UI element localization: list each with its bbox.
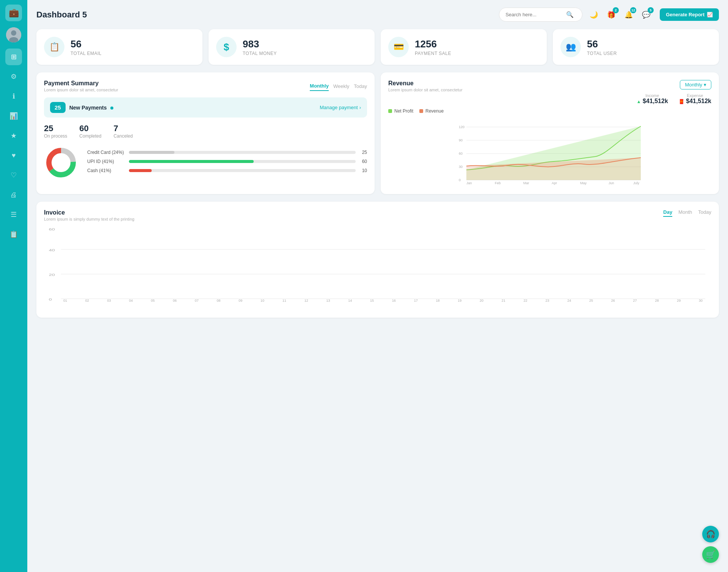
invoice-tab-day[interactable]: Day [663,209,672,217]
search-input[interactable] [505,12,566,17]
legend-label-revenue: Revenue [425,108,444,114]
invoice-bar-label: 18 [436,299,439,302]
invoice-bar-item: 14 [339,298,361,302]
invoice-bar-item: 06 [164,298,185,302]
invoice-bar-item: 25 [581,298,602,302]
svg-point-1 [11,30,16,36]
svg-text:May: May [580,181,587,185]
user-value: 56 [587,38,617,50]
invoice-bar-label: 08 [217,299,220,302]
sidebar-item-menu[interactable]: ☰ [5,206,22,223]
invoice-bar-item: 18 [427,298,449,302]
completed-label: Completed [79,133,101,139]
invoice-bar-item: 27 [624,298,646,302]
sidebar-item-heart[interactable]: ♥ [5,147,22,164]
sidebar-item-settings[interactable]: ⚙ [5,68,22,85]
dark-mode-toggle[interactable]: 🌙 [587,8,601,22]
cart-float-button[interactable]: 🛒 [702,546,719,563]
payment-summary-panel: Payment Summary Lorem ipsum dolor sit am… [36,72,375,194]
user-label: TOTAL USER [587,51,617,56]
invoice-bar-label: 20 [480,299,483,302]
bar-row-upi: UPI ID (41%) 60 [87,159,367,164]
payment-label: PAYMENT SALE [415,51,451,56]
header-icons: 🌙 🎁 2 🔔 12 💬 5 Generate Report 📈 [587,8,719,22]
invoice-tab-today[interactable]: Today [698,209,711,217]
user-icon: 👥 [560,37,581,57]
invoice-bar-item: 09 [230,298,251,302]
invoice-tabs: Day Month Today [663,209,711,217]
manage-payment-link[interactable]: Manage payment › [320,105,361,110]
sidebar-item-star[interactable]: ★ [5,127,22,144]
svg-text:0: 0 [459,178,461,182]
svg-text:30: 30 [459,165,463,169]
svg-text:40: 40 [49,248,55,252]
payment-icon: 💳 [388,37,409,57]
avatar[interactable] [6,27,21,42]
sidebar-item-heart2[interactable]: ♡ [5,167,22,183]
invoice-bar-item: 01 [55,298,76,302]
support-float-button[interactable]: 🎧 [702,526,719,542]
svg-text:Jun: Jun [609,181,614,185]
bar-count-upi: 60 [359,159,367,164]
payment-value: 1256 [415,38,451,50]
invoice-bar-item: 10 [252,298,273,302]
invoice-bar-label: 24 [567,299,571,302]
new-payments-row: 25 New Payments Manage payment › [44,97,367,118]
sidebar-item-list[interactable]: 📋 [5,226,22,243]
tab-monthly[interactable]: Monthly [310,81,329,91]
invoice-bar-item: 30 [690,298,711,302]
invoice-bar-item: 20 [471,298,492,302]
sidebar-item-print[interactable]: 🖨 [5,186,22,203]
invoice-bar-label: 21 [502,299,505,302]
gift-icon-btn[interactable]: 🎁 2 [604,8,618,22]
revenue-figures: Income ▲ $41,512k Expense 🧧 $41,512k [637,93,711,105]
chevron-down-icon: ▾ [704,82,706,88]
bar-track-upi [129,160,356,163]
invoice-panel: Invoice Lorem ipsum is simply dummy text… [36,202,719,318]
invoice-bar-label: 23 [545,299,549,302]
legend-revenue: Revenue [419,108,444,114]
sidebar-logo[interactable]: 💼 [5,5,22,21]
donut-chart [44,146,78,181]
bar-count-credit: 25 [359,150,367,155]
revenue-monthly-dropdown[interactable]: Monthly ▾ [680,80,711,89]
revenue-chart-svg: 0 30 60 90 120 [388,117,711,185]
invoice-bar-label: 01 [63,299,67,302]
search-bar[interactable]: 🔍 [499,8,582,22]
bar-label-credit: Credit Card (24%) [87,150,125,155]
invoice-bar-label: 28 [655,299,659,302]
svg-text:60: 60 [49,227,55,231]
sidebar-item-info[interactable]: ℹ [5,88,22,105]
bar-label-upi: UPI ID (41%) [87,159,125,164]
payment-summary-title: Payment Summary [44,80,118,87]
canceled-value: 7 [113,124,133,133]
invoice-bar-label: 26 [611,299,615,302]
bell-icon-btn[interactable]: 🔔 12 [622,8,635,22]
completed-stat: 60 Completed [79,124,101,139]
invoice-chart-container: 0 20 40 60 01020304050607080910111213141… [44,227,711,310]
revenue-header: Revenue Lorem ipsum dolor sit amet, cons… [388,80,711,105]
income-figure: Income ▲ $41,512k [637,93,668,105]
chevron-right-icon: › [359,105,361,110]
legend-net-profit: Net Profit [388,108,413,114]
bar-fill-upi [129,160,254,163]
tab-today[interactable]: Today [354,82,367,91]
invoice-bar-label: 16 [392,299,396,302]
float-buttons: 🎧 🛒 [702,526,719,563]
on-process-label: On process [44,133,67,139]
sidebar-item-chart[interactable]: 📊 [5,108,22,124]
chat-icon-btn[interactable]: 💬 5 [639,8,653,22]
invoice-tab-month[interactable]: Month [678,209,692,217]
stat-card-payment: 💳 1256 PAYMENT SALE [381,29,547,65]
expense-figure: Expense 🧧 $41,512k [679,93,711,105]
invoice-bar-label: 06 [173,299,177,302]
stat-card-user: 👥 56 TOTAL USER [553,29,719,65]
invoice-bar-item: 22 [515,298,536,302]
invoice-bar-item: 02 [77,298,98,302]
donut-bars-section: Credit Card (24%) 25 UPI ID (41%) 60 [44,146,367,181]
expense-value: 🧧 $41,512k [679,98,711,105]
sidebar-item-dashboard[interactable]: ⊞ [5,49,22,65]
bar-fill-credit [129,151,174,154]
tab-weekly[interactable]: Weekly [333,82,349,91]
generate-report-button[interactable]: Generate Report 📈 [660,8,719,21]
